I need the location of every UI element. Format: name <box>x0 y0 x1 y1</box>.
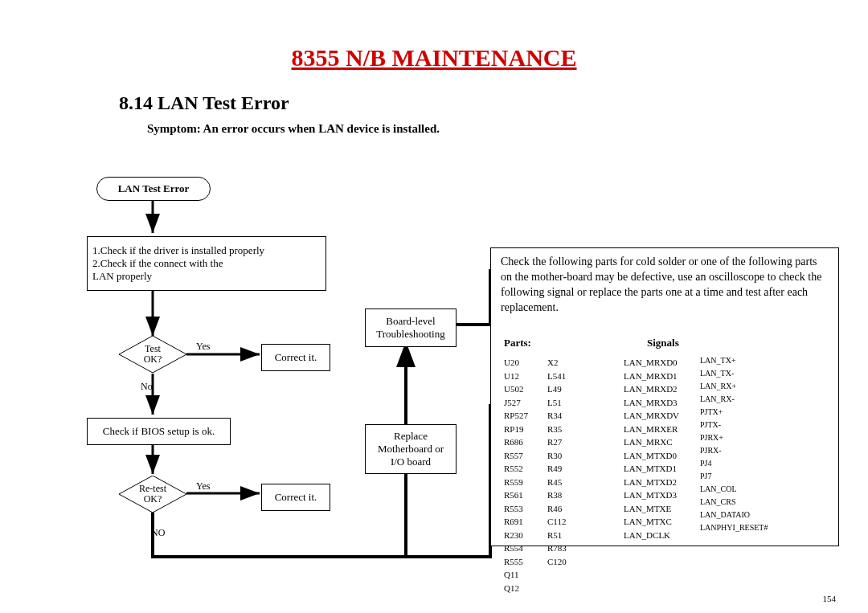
decision-test-ok: Test OK? <box>119 336 186 373</box>
signals-header: Signals <box>647 337 679 349</box>
parts-signals-panel: Check the following parts for cold solde… <box>490 247 839 546</box>
start-terminator: LAN Test Error <box>96 177 211 201</box>
step-board-level: Board-level Troubleshooting <box>365 309 457 347</box>
step-correct-2: Correct it. <box>261 484 330 511</box>
step-check-driver: 1.Check if the driver is installed prope… <box>87 236 326 291</box>
parts-col-2: X2L541L49L51R34R35R27R30R49R45R38R46C112… <box>547 356 567 568</box>
step-replace: Replace Motherboard or I/O board <box>365 424 457 474</box>
parts-col-1: U20U12U502J527RP527RP19R686R557R552R559R… <box>504 356 528 595</box>
label-yes-2: Yes <box>196 480 210 492</box>
label-no-2: NO <box>151 527 165 539</box>
step-correct-1: Correct it. <box>261 344 330 371</box>
signals-col-2: LAN_TX+LAN_TX-LAN_RX+LAN_RX-PJTX+PJTX-PJ… <box>700 354 768 534</box>
parts-header: Parts: <box>504 337 531 349</box>
page: 8355 N/B MAINTENANCE 8.14 LAN Test Error… <box>0 0 868 613</box>
page-number: 154 <box>823 594 837 603</box>
decision-retest: Re-test OK? <box>119 476 186 513</box>
step-bios: Check if BIOS setup is ok. <box>87 418 231 445</box>
panel-intro: Check the following parts for cold solde… <box>501 255 829 316</box>
signals-col-1: LAN_MRXD0LAN_MRXD1LAN_MRXD2LAN_MRXD3LAN_… <box>624 356 679 541</box>
label-yes-1: Yes <box>196 341 210 353</box>
label-no-1: No <box>141 381 153 393</box>
